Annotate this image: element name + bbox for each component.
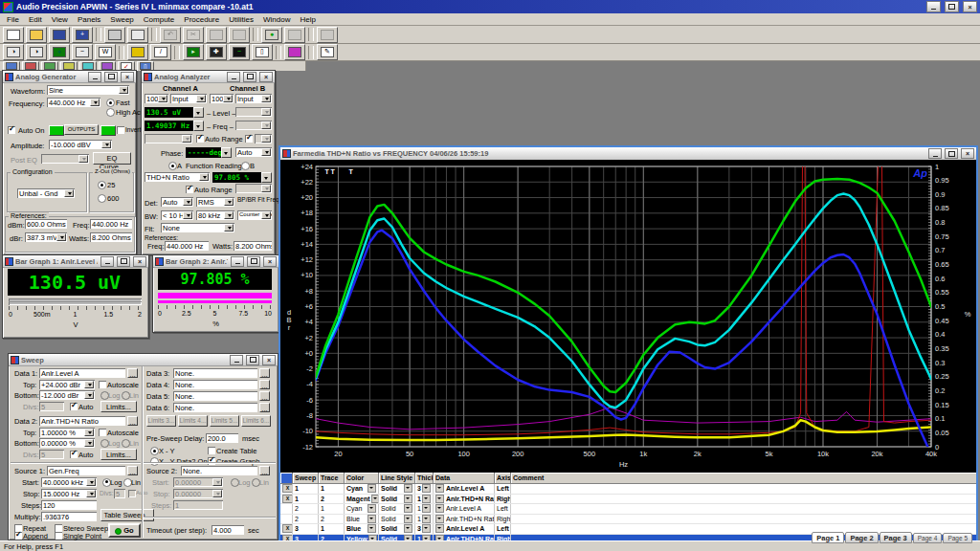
graph-titlebar[interactable]: Farmedia THD+N Ratio vs FREQUENCY 04/06/… <box>280 147 976 161</box>
function-reading-dropdown[interactable] <box>261 172 272 183</box>
header-axis[interactable]: Axis <box>495 473 511 483</box>
waveform-monitor-panel-button[interactable]: W <box>95 44 116 60</box>
axis-cell[interactable]: Righ <box>495 495 511 504</box>
analyzer-freq-ref-input[interactable]: 440.000 Hz <box>165 241 209 251</box>
det-select[interactable]: Auto <box>161 197 193 207</box>
data5-input[interactable]: None. <box>173 391 257 401</box>
data-cell[interactable]: Anlr.Level A <box>434 504 495 514</box>
d2-auto-checkbox[interactable] <box>70 451 78 458</box>
graph-close-button[interactable] <box>961 148 974 159</box>
save-floppy-button[interactable] <box>49 27 70 43</box>
cell-dropdown-icon[interactable] <box>368 504 376 513</box>
data-cell[interactable]: Anlr.THD+N Ratio <box>434 515 495 524</box>
header-thick[interactable]: Thick <box>415 473 434 483</box>
timeout-input[interactable]: 4.000 <box>212 525 244 535</box>
go-button[interactable]: Go <box>108 523 141 538</box>
cell-dropdown-icon[interactable] <box>404 515 412 523</box>
data-dropdown-icon[interactable] <box>435 515 444 523</box>
trace-enabled-checkbox[interactable]: x <box>282 524 293 533</box>
function-reading-display[interactable]: 97.805 % <box>212 172 272 183</box>
bar-graph-panel-button[interactable]: ▯ <box>252 44 273 60</box>
cell-dropdown-icon[interactable] <box>404 495 412 503</box>
cell-dropdown-icon[interactable] <box>404 484 412 493</box>
generator-maximize-button[interactable] <box>104 72 118 82</box>
bargraph2-titlebar[interactable]: Bar Graph 2: Anlr.T... <box>153 255 278 268</box>
data2-input[interactable]: Anlr.THD+N Ratio <box>39 416 125 426</box>
trace-cell[interactable]: 1 <box>319 524 345 534</box>
d2-limits-button[interactable]: Limits... <box>100 449 137 460</box>
line-style-cell[interactable]: Solid <box>379 504 415 514</box>
steps-input[interactable]: 120 <box>41 500 97 510</box>
axis-cell[interactable]: Righ <box>495 515 511 524</box>
dbm-input[interactable]: 600.0 Ohms <box>25 219 67 229</box>
cell-dropdown-icon[interactable] <box>422 484 431 493</box>
cell-dropdown-icon[interactable] <box>368 524 376 533</box>
d1-top-select[interactable]: +24.000 dBr <box>39 380 95 389</box>
line-style-cell[interactable]: Solid <box>379 515 415 524</box>
trace-enable-cell[interactable]: x <box>280 495 293 504</box>
d2-bottom-select[interactable]: 0.00000 % <box>39 438 95 448</box>
cell-dropdown-icon[interactable] <box>404 524 412 533</box>
sweep-cell[interactable]: 2 <box>293 504 319 514</box>
input-a-select[interactable]: Input <box>170 94 207 103</box>
comment-cell[interactable] <box>511 484 976 494</box>
data3-browse-button[interactable]: ... <box>259 368 270 378</box>
table-row[interactable]: x11CyanSolid3Anlr.Level ALeft <box>280 484 976 495</box>
outputs-button[interactable]: OUTPUTS <box>64 124 99 135</box>
comment-cell[interactable] <box>511 495 976 504</box>
sweep-settling-panel-button[interactable]: ~ <box>72 44 93 60</box>
table-sweep-button[interactable]: Table Sweep... <box>100 509 154 521</box>
page-tab-4[interactable]: Page 4 <box>913 533 943 543</box>
thick-cell[interactable]: 1 <box>415 495 434 504</box>
table-row[interactable]: 22BlueSolid1Anlr.THD+N RatioRigh <box>280 515 976 525</box>
data4-browse-button[interactable]: ... <box>259 380 270 389</box>
bargraph1-maximize-button[interactable] <box>117 256 130 267</box>
bargraph2-minimize-button[interactable] <box>231 256 244 267</box>
header-color[interactable]: Color <box>345 473 379 483</box>
single-point-checkbox[interactable] <box>55 532 62 540</box>
page-tab-3[interactable]: Page 3 <box>880 532 912 543</box>
cell-dropdown-icon[interactable] <box>368 484 376 493</box>
print-button[interactable] <box>104 27 125 43</box>
xy-graph[interactable]: -12-10-8-6-4-2+0+2+4+6+8+10+12+14+16+18+… <box>280 160 976 473</box>
thick-cell[interactable]: 3 <box>415 484 434 494</box>
analyzer-close-button[interactable] <box>259 72 273 82</box>
d1-bottom-select[interactable]: -12.000 dBr <box>39 390 95 400</box>
graph-panel-button[interactable]: ~ <box>229 44 250 60</box>
create-graph-checkbox[interactable] <box>208 457 215 465</box>
range-a-select[interactable]: 100 <box>145 94 168 103</box>
data-cell[interactable]: Anlr.THD+N Ratio <box>434 495 495 504</box>
append-checkbox[interactable] <box>14 532 22 540</box>
menu-file[interactable]: File <box>2 15 24 24</box>
cell-dropdown-icon[interactable] <box>422 504 431 513</box>
data-dropdown-icon[interactable] <box>435 524 444 533</box>
sweep-minimize-button[interactable] <box>230 355 243 365</box>
bargraph1-titlebar[interactable]: Bar Graph 1: Anlr.Level A <box>3 255 148 268</box>
sweep-cell[interactable]: 2 <box>293 515 319 524</box>
bargraph2-close-button[interactable] <box>263 256 277 267</box>
bargraph1-minimize-button[interactable] <box>100 256 114 267</box>
analyzer-titlebar[interactable]: Analog Analyzer <box>142 71 275 83</box>
menu-help[interactable]: Help <box>295 15 320 24</box>
digital-io-panel-button[interactable] <box>127 44 148 60</box>
freq-ref-input[interactable]: 440.000 Hz <box>90 219 132 229</box>
sweep-start-button[interactable]: ▸ <box>183 44 204 60</box>
comment-cell[interactable] <box>511 504 976 514</box>
sweep-cell[interactable]: 1 <box>293 484 319 494</box>
cell-dropdown-icon[interactable] <box>422 524 431 533</box>
color-cell[interactable]: Cyan <box>345 484 379 494</box>
bargraph2-maximize-button[interactable] <box>247 256 260 267</box>
page-tab-1[interactable]: Page 1 <box>812 532 844 543</box>
invert-checkbox[interactable] <box>117 126 124 134</box>
d2-top-select[interactable]: 1.00000 % <box>39 428 95 437</box>
trace-cell[interactable]: 1 <box>319 484 345 494</box>
table-row[interactable]: x12MagentSolid1Anlr.THD+N RatioRigh <box>280 495 976 505</box>
trace-enable-cell[interactable]: x <box>280 484 293 494</box>
graph-minimize-button[interactable] <box>928 148 942 159</box>
color-cell[interactable]: Blue <box>345 515 379 524</box>
source2-input[interactable]: None. <box>181 466 257 475</box>
save-workspace-button[interactable]: + <box>72 27 93 43</box>
analyzer-watts-input[interactable]: 8.200 Ohms <box>234 241 272 251</box>
function-select[interactable]: THD+N Ratio <box>145 172 210 182</box>
page-setup-button[interactable]: ✎ <box>317 44 338 60</box>
